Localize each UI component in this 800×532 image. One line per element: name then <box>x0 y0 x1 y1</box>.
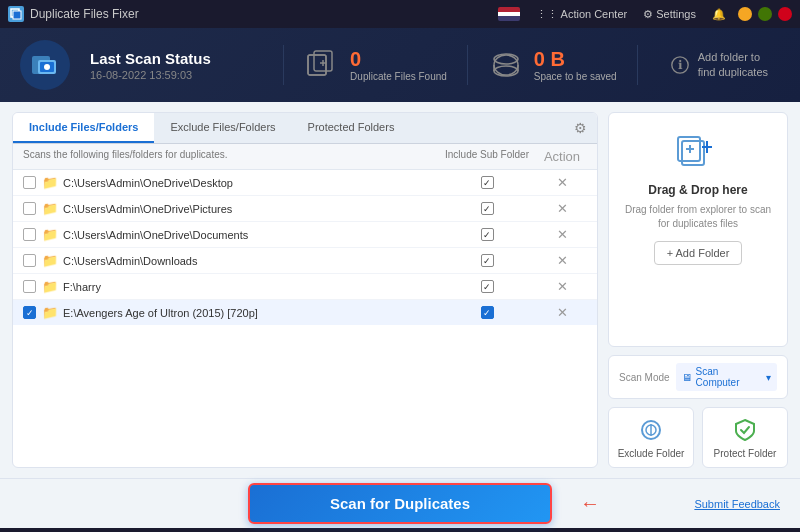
row-checkbox-1[interactable] <box>23 202 36 215</box>
delete-action-3[interactable]: ✕ <box>537 253 587 268</box>
duplicate-files-text: 0 Duplicate Files Found <box>350 48 447 83</box>
window-controls <box>738 7 792 21</box>
header: Last Scan Status 16-08-2022 13:59:03 0 D… <box>0 28 800 102</box>
bottom-bar: Scan for Duplicates ← Submit Feedback <box>0 478 800 528</box>
table-row: 📁 C:\Users\Admin\OneDrive\Pictures ✓ ✕ <box>13 196 597 222</box>
space-count: 0 B <box>534 48 617 71</box>
table-row: 📁 F:\harry ✓ ✕ <box>13 274 597 300</box>
folder-icon-1: 📁 <box>42 201 58 216</box>
scan-mode-chevron-icon: ▾ <box>766 372 771 383</box>
space-saved-stat: 0 B Space to be saved <box>488 47 617 83</box>
tab-include[interactable]: Include Files/Folders <box>13 113 154 143</box>
action-center-link[interactable]: ⋮⋮ Action Center <box>536 8 627 21</box>
sub-checkbox-2[interactable]: ✓ <box>481 228 494 241</box>
delete-action-1[interactable]: ✕ <box>537 201 587 216</box>
svg-point-5 <box>44 64 50 70</box>
drag-drop-icon <box>674 127 722 175</box>
scan-mode-select[interactable]: 🖥 Scan Computer ▾ <box>676 363 777 391</box>
action-label: Action <box>537 149 587 164</box>
tab-protected[interactable]: Protected Folders <box>292 113 411 143</box>
delete-action-5[interactable]: ✕ <box>537 305 587 320</box>
stat-divider-2 <box>467 45 468 85</box>
table-row: ✓ 📁 E:\Avengers Age of Ultron (2015) [72… <box>13 300 597 325</box>
space-icon <box>488 47 524 83</box>
svg-text:ℹ: ℹ <box>677 58 682 72</box>
row-checkbox-3[interactable] <box>23 254 36 267</box>
folder-path-4: F:\harry <box>63 281 437 293</box>
sub-checkbox-1[interactable]: ✓ <box>481 202 494 215</box>
space-saved-text: 0 B Space to be saved <box>534 48 617 83</box>
add-folder-header-button[interactable]: ℹ Add folder tofind duplicates <box>658 42 780 89</box>
folder-icon-3: 📁 <box>42 253 58 268</box>
folder-path-5: E:\Avengers Age of Ultron (2015) [720p] <box>63 307 437 319</box>
drag-drop-box: Drag & Drop here Drag folder from explor… <box>608 112 788 347</box>
scan-mode-label: Scan Mode <box>619 372 670 383</box>
drag-drop-title: Drag & Drop here <box>619 183 777 197</box>
settings-gear-icon[interactable]: ⚙ <box>564 114 597 142</box>
duplicate-icon <box>304 47 340 83</box>
add-folder-header-label: Add folder tofind duplicates <box>698 50 768 81</box>
row-checkbox-2[interactable] <box>23 228 36 241</box>
folder-icon-0: 📁 <box>42 175 58 190</box>
add-folder-plus-button[interactable]: + Add Folder <box>654 241 743 265</box>
exclude-folder-label: Exclude Folder <box>615 448 687 459</box>
drag-drop-subtitle: Drag folder from explorer to scan for du… <box>619 203 777 231</box>
folder-path-2: C:\Users\Admin\OneDrive\Documents <box>63 229 437 241</box>
tab-exclude[interactable]: Exclude Files/Folders <box>154 113 291 143</box>
scan-mode-icon: 🖥 <box>682 372 692 383</box>
flag-icon <box>498 7 520 21</box>
sub-checkbox-3[interactable]: ✓ <box>481 254 494 267</box>
sub-checkbox-5[interactable]: ✓ <box>481 306 494 319</box>
app-logo <box>20 40 70 90</box>
scans-label: Scans the following files/folders for du… <box>23 149 437 164</box>
right-panel: Drag & Drop here Drag folder from explor… <box>608 112 788 468</box>
notification-icon[interactable]: 🔔 <box>712 8 726 21</box>
folder-icon-2: 📁 <box>42 227 58 242</box>
folder-icon-4: 📁 <box>42 279 58 294</box>
row-checkbox-5[interactable]: ✓ <box>23 306 36 319</box>
scan-status: Last Scan Status 16-08-2022 13:59:03 <box>90 50 263 81</box>
table-row: 📁 C:\Users\Admin\Downloads ✓ ✕ <box>13 248 597 274</box>
sub-checkbox-4[interactable]: ✓ <box>481 280 494 293</box>
folder-rows: 📁 C:\Users\Admin\OneDrive\Desktop ✓ ✕ 📁 … <box>13 170 597 325</box>
sub-checkbox-0[interactable]: ✓ <box>481 176 494 189</box>
settings-link[interactable]: ⚙ Settings <box>643 8 696 21</box>
table-header: Scans the following files/folders for du… <box>13 144 597 170</box>
submit-feedback-link[interactable]: Submit Feedback <box>694 498 780 510</box>
folder-icon-5: 📁 <box>42 305 58 320</box>
delete-action-0[interactable]: ✕ <box>537 175 587 190</box>
titlebar-nav: ⋮⋮ Action Center ⚙ Settings 🔔 <box>498 7 726 21</box>
titlebar-left: Duplicate Files Fixer <box>8 6 139 22</box>
exclude-folder-icon <box>637 416 665 444</box>
action-buttons: Exclude Folder Protect Folder <box>608 407 788 468</box>
arrow-indicator: ← <box>580 492 600 515</box>
delete-action-4[interactable]: ✕ <box>537 279 587 294</box>
protect-folder-icon <box>731 416 759 444</box>
svg-rect-1 <box>13 11 21 19</box>
protect-folder-button[interactable]: Protect Folder <box>702 407 788 468</box>
close-button[interactable] <box>778 7 792 21</box>
space-label: Space to be saved <box>534 71 617 83</box>
row-checkbox-0[interactable] <box>23 176 36 189</box>
scan-status-title: Last Scan Status <box>90 50 263 67</box>
folder-path-3: C:\Users\Admin\Downloads <box>63 255 437 267</box>
stat-divider-3 <box>637 45 638 85</box>
include-sub-label: Include Sub Folder <box>437 149 537 164</box>
scan-duplicates-button[interactable]: Scan for Duplicates <box>248 483 552 524</box>
row-checkbox-4[interactable] <box>23 280 36 293</box>
folder-path-1: C:\Users\Admin\OneDrive\Pictures <box>63 203 437 215</box>
maximize-button[interactable] <box>758 7 772 21</box>
stat-divider-1 <box>283 45 284 85</box>
minimize-button[interactable] <box>738 7 752 21</box>
titlebar-right: ⋮⋮ Action Center ⚙ Settings 🔔 <box>498 7 792 21</box>
duplicate-files-stat: 0 Duplicate Files Found <box>304 47 447 83</box>
main-content: Include Files/Folders Exclude Files/Fold… <box>0 102 800 478</box>
scan-mode-value: Scan Computer <box>696 366 762 388</box>
folder-path-0: C:\Users\Admin\OneDrive\Desktop <box>63 177 437 189</box>
table-row: 📁 C:\Users\Admin\OneDrive\Documents ✓ ✕ <box>13 222 597 248</box>
duplicate-label: Duplicate Files Found <box>350 71 447 83</box>
tabs: Include Files/Folders Exclude Files/Fold… <box>13 113 597 144</box>
svg-point-9 <box>494 55 518 75</box>
exclude-folder-button[interactable]: Exclude Folder <box>608 407 694 468</box>
delete-action-2[interactable]: ✕ <box>537 227 587 242</box>
